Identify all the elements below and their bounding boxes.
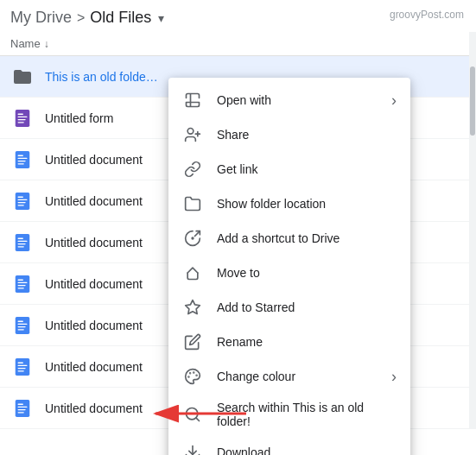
menu-item-rename[interactable]: Rename [168, 325, 410, 359]
svg-rect-8 [18, 160, 26, 161]
svg-rect-37 [18, 406, 28, 407]
file-name: Untitled document [45, 277, 143, 291]
svg-rect-7 [18, 157, 28, 158]
svg-rect-35 [16, 399, 30, 416]
my-drive-link[interactable]: My Drive [10, 9, 72, 27]
menu-label-add-shortcut: Add a shortcut to Drive [217, 231, 397, 245]
file-name: Untitled document [45, 153, 143, 167]
header: My Drive > Old Files ▾ groovyPost.com [0, 0, 476, 32]
doc-icon [10, 148, 35, 172]
submenu-arrow-open-with: › [391, 92, 397, 110]
svg-rect-3 [18, 118, 26, 119]
file-name: Untitled form [45, 111, 113, 125]
svg-rect-11 [18, 196, 23, 197]
watermark: groovyPost.com [390, 9, 464, 21]
context-menu: Open with › Share Get link Show folder l… [168, 78, 410, 455]
scrollbar[interactable] [469, 32, 476, 429]
svg-rect-21 [18, 279, 23, 280]
svg-point-40 [187, 129, 194, 135]
svg-rect-36 [18, 403, 23, 404]
menu-label-change-colour: Change colour [217, 370, 391, 383]
svg-rect-20 [16, 275, 30, 292]
shortcut-icon [182, 228, 203, 249]
svg-rect-34 [18, 370, 24, 371]
menu-item-move-to[interactable]: Move to [168, 256, 410, 290]
menu-item-add-starred[interactable]: Add to Starred [168, 290, 410, 325]
doc-icon [10, 189, 35, 213]
star-icon [182, 297, 203, 318]
svg-point-47 [190, 373, 191, 374]
svg-rect-0 [16, 109, 30, 126]
rename-icon [182, 332, 203, 352]
svg-rect-29 [18, 329, 24, 330]
download-icon [182, 442, 203, 455]
menu-item-show-folder[interactable]: Show folder location [168, 186, 410, 221]
svg-rect-15 [16, 233, 30, 250]
svg-rect-30 [16, 357, 30, 375]
svg-rect-1 [18, 113, 23, 114]
svg-rect-31 [18, 362, 23, 363]
breadcrumb: My Drive > Old Files ▾ [10, 9, 164, 27]
doc-icon [10, 272, 35, 296]
menu-label-get-link: Get link [217, 162, 397, 176]
menu-label-download: Download [217, 446, 397, 455]
svg-rect-22 [18, 281, 28, 282]
menu-item-change-colour[interactable]: Change colour › [168, 359, 410, 394]
svg-rect-27 [18, 323, 28, 324]
form-icon [10, 106, 35, 130]
file-name: Untitled document [45, 236, 143, 250]
submenu-arrow-change-colour: › [391, 368, 397, 386]
svg-point-43 [192, 237, 194, 239]
menu-item-share[interactable]: Share [168, 117, 410, 152]
menu-label-move-to: Move to [217, 266, 397, 280]
move-to-icon [182, 262, 203, 283]
menu-label-rename: Rename [217, 335, 397, 349]
svg-rect-5 [16, 150, 30, 167]
doc-icon [10, 313, 35, 338]
svg-rect-32 [18, 364, 28, 365]
doc-icon [10, 355, 35, 379]
svg-point-45 [194, 372, 194, 373]
sort-icon: ↓ [44, 38, 49, 50]
svg-rect-33 [18, 367, 26, 368]
svg-marker-44 [186, 300, 200, 314]
file-name: Untitled document [45, 401, 143, 415]
svg-rect-6 [18, 155, 23, 155]
menu-item-download[interactable]: Download [168, 435, 410, 455]
menu-item-get-link[interactable]: Get link [168, 152, 410, 186]
svg-rect-12 [18, 199, 28, 199]
folder-icon [10, 65, 35, 89]
folder-dropdown-icon[interactable]: ▾ [158, 11, 164, 25]
share-icon [182, 124, 203, 145]
svg-rect-23 [18, 284, 26, 285]
link-icon [182, 159, 203, 180]
palette-icon [182, 366, 203, 387]
red-arrow-annotation [147, 400, 251, 431]
menu-label-show-folder: Show folder location [217, 197, 397, 211]
svg-rect-25 [16, 316, 30, 333]
svg-rect-19 [18, 246, 24, 247]
current-folder-label: Old Files [90, 9, 151, 27]
doc-icon [10, 396, 35, 420]
open-with-icon [182, 90, 203, 111]
svg-rect-14 [18, 205, 24, 205]
svg-rect-9 [18, 163, 24, 164]
menu-item-add-shortcut[interactable]: Add a shortcut to Drive [168, 221, 410, 256]
svg-rect-28 [18, 325, 26, 326]
svg-rect-17 [18, 240, 28, 241]
svg-rect-18 [18, 243, 26, 243]
file-name: Untitled document [45, 194, 143, 208]
svg-rect-13 [18, 201, 26, 202]
menu-label-share: Share [217, 128, 397, 142]
svg-rect-24 [18, 288, 24, 288]
svg-rect-26 [18, 320, 23, 321]
menu-item-open-with[interactable]: Open with › [168, 83, 410, 117]
menu-label-add-starred: Add to Starred [217, 300, 397, 314]
file-name: Untitled document [45, 360, 143, 374]
svg-point-46 [196, 375, 197, 376]
svg-rect-38 [18, 408, 26, 409]
column-header-name: Name ↓ [0, 32, 476, 56]
breadcrumb-separator: > [77, 10, 85, 26]
doc-icon [10, 231, 35, 255]
scrollbar-thumb[interactable] [470, 66, 475, 136]
